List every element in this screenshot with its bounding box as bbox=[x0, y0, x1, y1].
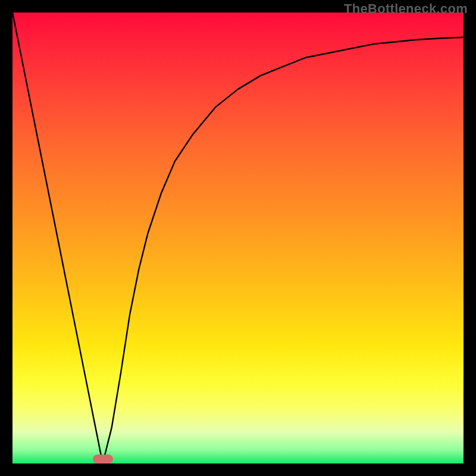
optimal-point-marker bbox=[93, 455, 113, 464]
plot-area bbox=[12, 12, 464, 464]
watermark-text: TheBottleneck.com bbox=[344, 1, 468, 17]
chart-frame: TheBottleneck.com bbox=[0, 0, 476, 476]
curve-path bbox=[12, 12, 464, 464]
bottleneck-curve bbox=[12, 12, 464, 464]
